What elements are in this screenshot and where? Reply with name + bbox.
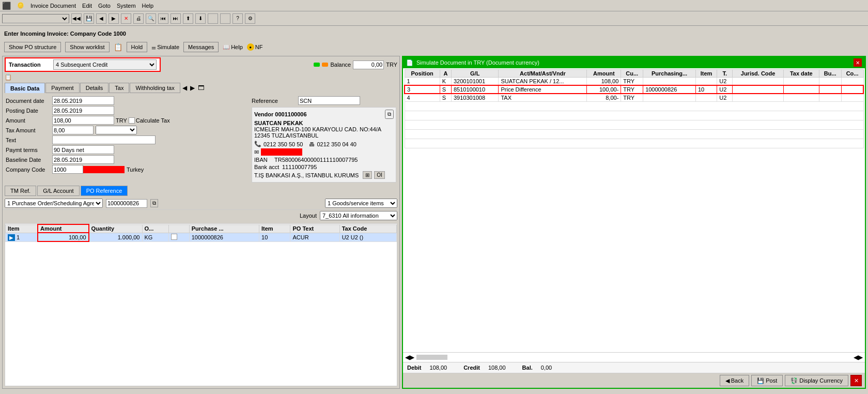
command-field[interactable] [2,14,69,23]
goods-dropdown[interactable]: 1 Goods/service items [325,199,397,208]
tab-withholding[interactable]: Withholding tax [130,83,180,93]
sim-col-position: Position [405,70,440,78]
calculate-tax-checkbox[interactable] [129,117,135,124]
menu-system[interactable]: System [117,3,136,9]
sim-col-purchasing: Purchasing... [643,70,696,78]
menu-edit[interactable]: Edit [82,3,92,9]
cell-item: ▶ 1 [6,233,38,241]
tab-expand[interactable]: 🗖 [196,84,206,92]
baseline-date-input[interactable] [52,155,114,164]
sim-close-button[interactable]: ✕ [850,375,862,386]
simulate-button[interactable]: Simulate [157,42,179,52]
text-input[interactable] [52,135,156,144]
balance-input[interactable] [353,60,384,69]
print-button[interactable]: 🖨 [133,13,144,24]
text-label: Text [6,137,52,143]
nf-button[interactable]: NF [255,42,263,52]
sim-cell-amount-3: 8,00- [587,94,621,102]
sim-cell-bu-1 [819,78,841,86]
nav1-button[interactable]: ⏮ [158,13,168,24]
document-date-input[interactable] [52,96,114,105]
tab-payment[interactable]: Payment [45,83,79,93]
cell-tax-code: U2 U2 () [339,233,396,241]
reference-input[interactable] [298,96,360,105]
tax-amount-input[interactable] [52,126,94,134]
po-expand-button[interactable]: ⧉ [150,199,158,207]
menu-help[interactable]: Help [142,3,154,9]
amount-input[interactable] [52,116,114,125]
led-orange [322,63,328,67]
col-po-text: PO Text [290,224,339,233]
items-area: Item Amount Quantity O... Purchase ... I… [5,223,397,386]
menu-goto[interactable]: Goto [98,3,111,9]
tab-left-arrow[interactable]: ◀ [181,84,189,92]
email-icon: ✉ [254,149,259,156]
po-number-input[interactable] [106,199,147,208]
sim-cell-co-1 [841,78,863,86]
display-currency-button[interactable]: 💱 Display Currency [785,375,848,386]
help-button[interactable]: ? [233,13,243,24]
messages-button[interactable]: Messages [183,42,219,52]
sim-cell-juris-2 [733,85,784,94]
amount-row: Amount TRY Calculate Tax [6,116,245,125]
back-button[interactable]: ◀ Back [720,375,749,386]
sim-hscrollbar[interactable] [416,355,447,360]
baseline-date-label: Baseline Date [6,157,52,163]
vendor-phone-row: 📞 0212 350 50 50 🖷 0212 350 04 40 [254,141,394,147]
find-button[interactable]: 🔍 [146,13,156,24]
company-code-input[interactable] [52,165,83,174]
tab-right-arrow[interactable]: ▶ [189,84,196,92]
tax-dropdown[interactable] [96,126,137,134]
save-button[interactable]: 💾 [84,13,94,24]
action-bar: Show PO structure Show worklist 📋 Hold ⚌… [0,40,868,54]
sim-nav-right2[interactable]: ◀ [854,354,858,361]
col-check [168,224,189,233]
nav3-button[interactable]: ⬆ [183,13,193,24]
clipboard-icon[interactable]: 📋 [114,43,122,51]
vendor-expand-button[interactable]: ⧉ [385,110,394,119]
show-po-structure-button[interactable]: Show PO structure [4,42,61,52]
nav2-button[interactable]: ⏭ [171,13,181,24]
simulate-title: Simulate Document in TRY (Document curre… [416,59,539,66]
sim-cell-co-2 [841,85,863,94]
menu-invoice-document[interactable]: Invoice Document [30,3,76,9]
tab-tax[interactable]: Tax [109,83,129,93]
tab-tm-ref[interactable]: TM Ref. [5,186,36,196]
tab-po-reference[interactable]: PO Reference [81,186,128,196]
simulate-close-button[interactable]: ✕ [854,58,862,67]
tab-details[interactable]: Details [80,83,109,93]
paymt-terms-input[interactable] [52,145,114,154]
item-checkbox[interactable] [171,234,177,240]
vendor-address: ICMELER MAH.D-100 KARAYOLU CAD. NO:44/A [254,126,394,132]
hold-button[interactable]: Hold [127,42,148,52]
oi-text-button[interactable]: OI [374,171,385,179]
iban-row: IBAN TR580006400000111110007795 [254,157,394,163]
next-button[interactable]: ▶ [109,13,119,24]
transaction-select[interactable]: 4 Subsequent Credit [53,59,157,70]
po-dropdown[interactable]: 1 Purchase Order/Scheduling Agreem.. [5,199,103,208]
sim-cell-bu-2 [819,85,841,94]
col-item: Item [6,224,38,233]
settings-button[interactable]: ⚙ [245,13,255,24]
nav4-button[interactable]: ⬇ [195,13,206,24]
post-button[interactable]: 💾 Post [751,375,783,386]
text-row: Text [6,135,245,144]
simulate-title-row: 📄 Simulate Document in TRY (Document cur… [406,59,539,66]
layout-select[interactable]: 7_6310 All information [320,211,397,220]
show-worklist-button[interactable]: Show worklist [65,42,109,52]
sim-nav-left[interactable]: ◀ [405,354,410,361]
menu-bar: ⬛ 🪙 Invoice Document Edit Goto System He… [0,0,868,11]
prev-button[interactable]: ◀ [96,13,106,24]
sim-nav-right[interactable]: ▶ [410,354,414,361]
paymt-terms-row: Paymt terms [6,145,245,154]
cancel-button[interactable]: ✕ [121,13,131,24]
help-action-button[interactable]: Help [231,42,243,52]
back-button[interactable]: ◀◀ [71,13,82,24]
posting-date-input[interactable] [52,106,114,115]
tax-amount-label: Tax Amount [6,127,52,133]
tab-basic-data[interactable]: Basic Data [5,83,45,93]
oi-button[interactable]: ⊞ [363,171,372,179]
tab-gl-account[interactable]: G/L Account [37,186,80,196]
sim-nav-right3[interactable]: ▶ [858,354,863,361]
sim-empty-row [405,120,863,130]
